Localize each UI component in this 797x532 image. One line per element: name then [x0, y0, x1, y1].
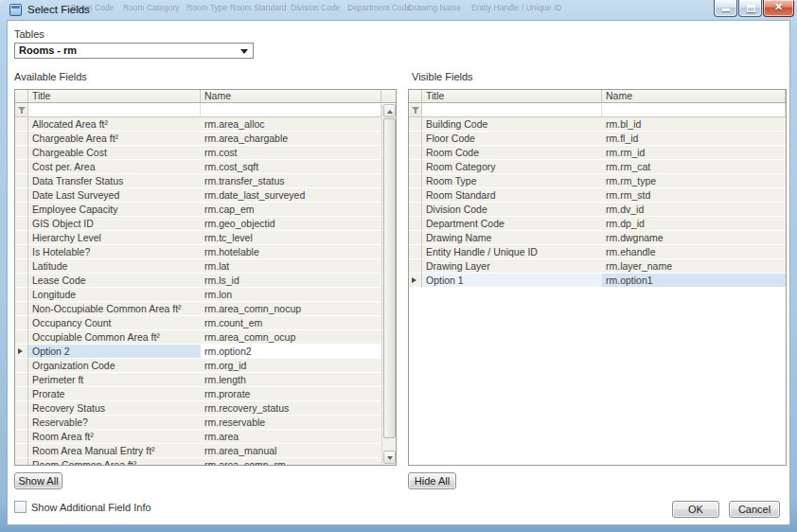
scrollbar-thumb[interactable]	[383, 118, 396, 438]
table-row[interactable]: Chargeable Costrm.cost	[15, 146, 396, 160]
title-bar[interactable]: Room CodeRoom CategoryRoom TypeRoom Stan…	[0, 0, 797, 20]
scroll-up-button[interactable]	[383, 104, 396, 117]
table-row[interactable]: Room Area Manual Entry ft²rm.area_manual	[15, 444, 396, 458]
arrow-up-icon	[387, 110, 393, 114]
filter-row	[409, 103, 786, 117]
row-indicator-cell	[15, 345, 28, 359]
table-row[interactable]: Drawing Layerrm.layer_name	[409, 259, 786, 274]
table-row[interactable]: Option 2rm.option2	[15, 345, 396, 359]
table-row[interactable]: Longituderm.lon	[15, 288, 396, 302]
row-indicator-cell	[409, 174, 422, 188]
background-ghost-label: Room Standard	[230, 3, 287, 12]
table-row[interactable]: Proraterm.prorate	[15, 387, 396, 401]
column-header-name[interactable]: Name	[201, 90, 381, 102]
maximize-button[interactable]	[738, 0, 762, 17]
cell-title: Allocated Area ft²	[28, 117, 201, 132]
table-row[interactable]: Chargeable Area ft²rm.area_chargable	[15, 132, 396, 146]
cell-title: Department Code	[422, 217, 602, 231]
cell-name: rm.recovery_status	[201, 401, 381, 416]
background-ghost-label: Room Type	[186, 3, 227, 12]
filter-name-input[interactable]	[602, 103, 786, 116]
cell-name: rm.rm_std	[602, 188, 786, 203]
cell-name: rm.org_id	[201, 359, 381, 373]
cell-name: rm.layer_name	[602, 259, 786, 274]
filter-title-input[interactable]	[28, 103, 201, 116]
table-row[interactable]: Occupiable Common Area ft²rm.area_comn_o…	[15, 330, 396, 345]
tables-dropdown[interactable]: Rooms - rm	[14, 43, 254, 59]
filter-name-input[interactable]	[201, 103, 381, 116]
cell-title: Recovery Status	[28, 401, 201, 416]
table-row[interactable]: Data Transfer Statusrm.transfer_status	[15, 174, 396, 188]
close-button[interactable]: ✕	[763, 0, 794, 17]
table-row[interactable]: GIS Object IDrm.geo_objectid	[15, 217, 396, 231]
table-row[interactable]: Room Categoryrm.rm_cat	[409, 160, 786, 174]
table-row[interactable]: Lease Coderm.ls_id	[15, 274, 396, 288]
cell-title: Drawing Name	[422, 231, 602, 245]
table-row[interactable]: Option 1rm.option1	[409, 274, 786, 288]
table-row[interactable]: Organization Coderm.org_id	[15, 359, 396, 373]
table-row[interactable]: Occupancy Countrm.count_em	[15, 316, 396, 330]
table-row[interactable]: Entity Handle / Unique IDrm.ehandle	[409, 245, 786, 259]
table-row[interactable]: Latituderm.lat	[15, 259, 396, 274]
minimize-button[interactable]	[714, 0, 737, 17]
grid-rows: Building Coderm.bl_idFloor Coderm.fl_idR…	[409, 117, 786, 465]
cell-name: rm.length	[201, 373, 381, 387]
cell-title: Option 2	[28, 345, 201, 359]
cell-name: rm.dp_id	[602, 217, 786, 231]
table-row[interactable]: Reservable?rm.reservable	[15, 416, 396, 430]
show-additional-field-info-checkbox[interactable]	[14, 501, 27, 513]
table-row[interactable]: Building Coderm.bl_id	[409, 117, 786, 132]
visible-fields-label: Visible Fields	[412, 71, 473, 82]
table-row[interactable]: Room Standardrm.rm_std	[409, 188, 786, 203]
scroll-down-button[interactable]	[383, 451, 396, 464]
table-row[interactable]: Room Typerm.rm_type	[409, 174, 786, 188]
column-header-name[interactable]: Name	[602, 90, 786, 102]
table-row[interactable]: Division Coderm.dv_id	[409, 203, 786, 217]
table-row[interactable]: Non-Occupiable Common Area ft²rm.area_co…	[15, 302, 396, 316]
cell-name: rm.tc_level	[201, 231, 381, 245]
hide-all-button[interactable]: Hide All	[408, 472, 456, 489]
table-row[interactable]: Date Last Surveyedrm.date_last_surveyed	[15, 188, 396, 203]
cell-title: Floor Code	[422, 132, 602, 146]
table-row[interactable]: Room Common Area ft²rm.area_comn_rm	[15, 458, 396, 465]
table-row[interactable]: Hierarchy Levelrm.tc_level	[15, 231, 396, 245]
table-row[interactable]: Is Hotelable?rm.hotelable	[15, 245, 396, 259]
cell-title: Occupancy Count	[28, 316, 201, 330]
dialog-client-area: Tables Rooms - rm Available Fields Visib…	[7, 20, 790, 525]
table-row[interactable]: Allocated Area ft²rm.area_alloc	[15, 117, 396, 132]
row-indicator-cell	[15, 458, 28, 465]
table-row[interactable]: Room Coderm.rm_id	[409, 146, 786, 160]
table-row[interactable]: Perimeter ftrm.length	[15, 373, 396, 387]
table-row[interactable]: Drawing Namerm.dwgname	[409, 231, 786, 245]
column-header-title[interactable]: Title	[422, 90, 602, 102]
vertical-scrollbar[interactable]	[381, 104, 396, 465]
cell-title: Prorate	[28, 387, 201, 401]
filter-title-input[interactable]	[422, 103, 602, 116]
filter-funnel-icon	[18, 107, 26, 114]
background-ghost-label: Department Code	[347, 3, 411, 12]
cell-title: Option 1	[422, 274, 602, 288]
table-row[interactable]: Cost per. Arearm.cost_sqft	[15, 160, 396, 174]
row-indicator-cell	[15, 188, 28, 203]
table-row[interactable]: Department Coderm.dp_id	[409, 217, 786, 231]
column-header-row: TitleName	[409, 90, 786, 103]
ok-button[interactable]: OK	[672, 501, 719, 518]
background-ghost-label: Division Code	[291, 3, 340, 12]
table-row[interactable]: Floor Coderm.fl_id	[409, 132, 786, 146]
cell-name: rm.area	[201, 430, 381, 444]
show-all-button[interactable]: Show All	[14, 472, 62, 489]
cell-name: rm.rm_id	[602, 146, 786, 160]
cell-name: rm.lat	[201, 259, 381, 274]
column-header-title[interactable]: Title	[28, 90, 201, 102]
row-indicator-cell	[409, 259, 422, 274]
table-row[interactable]: Employee Capacityrm.cap_em	[15, 203, 396, 217]
cancel-button[interactable]: Cancel	[729, 501, 780, 518]
cell-name: rm.area_manual	[201, 444, 381, 458]
table-row[interactable]: Recovery Statusrm.recovery_status	[15, 401, 396, 416]
tables-label: Tables	[14, 28, 44, 40]
cell-name: rm.prorate	[201, 387, 381, 401]
cell-name: rm.reservable	[201, 416, 381, 430]
chevron-down-icon	[240, 49, 248, 54]
table-row[interactable]: Room Area ft²rm.area	[15, 430, 396, 444]
selected-row-arrow-icon	[18, 348, 23, 354]
